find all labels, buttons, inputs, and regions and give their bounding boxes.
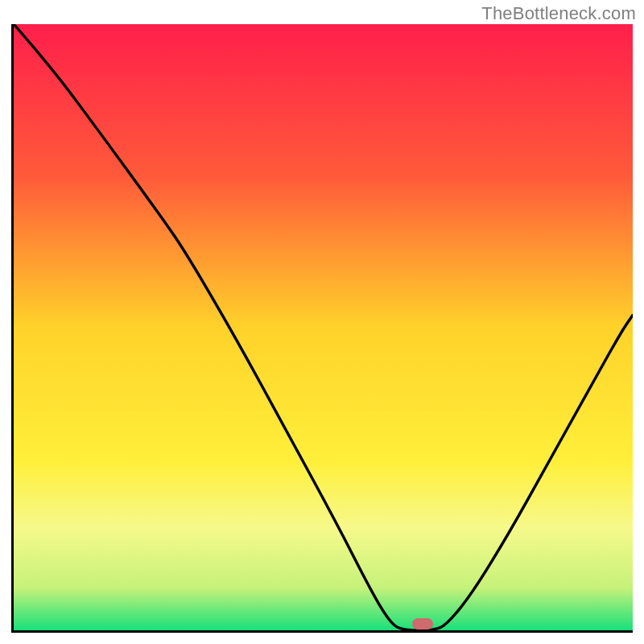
optimal-marker: [412, 618, 433, 630]
bottleneck-curve: [14, 24, 633, 630]
watermark-text: TheBottleneck.com: [481, 3, 636, 24]
plot-area: [11, 24, 633, 633]
